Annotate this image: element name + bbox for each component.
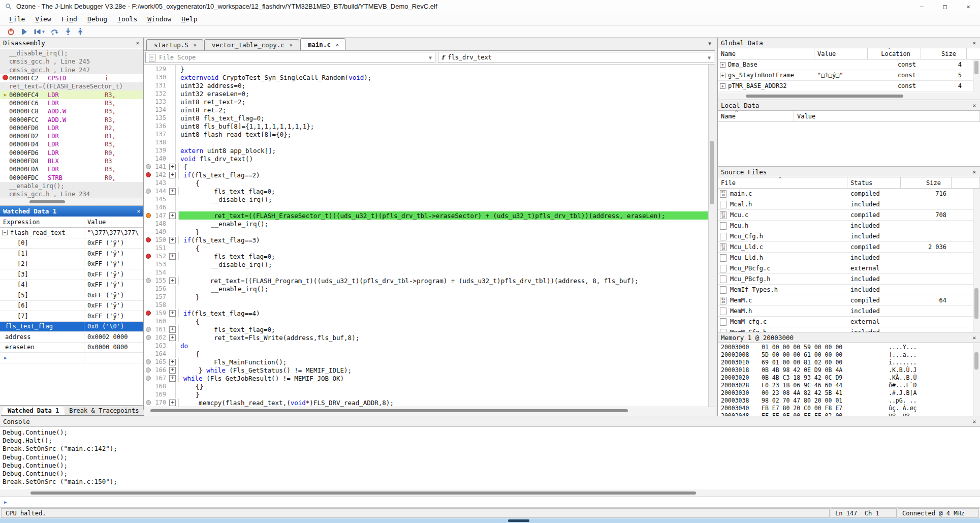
- code-line[interactable]: 166+ } while (Fls_GetStatus() != MEMIF_I…: [144, 366, 708, 374]
- step-into-button[interactable]: [65, 28, 71, 35]
- code-editor[interactable]: 129}130extern void CryptoTest_Syn_Single…: [144, 65, 708, 407]
- expand-icon[interactable]: +: [720, 83, 725, 89]
- source-file-row[interactable]: Mcu.hincluded: [718, 221, 973, 231]
- breakpoint-icon[interactable]: [146, 237, 151, 242]
- global-data-row[interactable]: +Dma_Baseconst4: [718, 59, 973, 70]
- tab-close-icon[interactable]: ✕: [336, 42, 339, 47]
- code-line[interactable]: 159+ if(fls_text_flag==4): [144, 309, 708, 317]
- reset-button[interactable]: ▼: [34, 28, 45, 35]
- statement-dot-icon[interactable]: [146, 376, 151, 381]
- pc-arrow-icon[interactable]: ➤: [2, 91, 9, 99]
- source-file-row[interactable]: MemM.hincluded: [718, 306, 973, 317]
- source-col-size[interactable]: Size: [901, 177, 952, 188]
- disassembly-hscrollbar[interactable]: [0, 198, 143, 205]
- fold-toggle-icon[interactable]: +: [169, 334, 176, 341]
- code-line[interactable]: 134uint8 ret=2;: [144, 106, 708, 114]
- watch-row[interactable]: [3]0xFF ('ÿ'): [0, 269, 143, 280]
- memory-row[interactable]: 2000303000 23 08 4A 82 42 5B 41.#.J.B[A: [718, 389, 973, 396]
- code-line[interactable]: 161+ fls_text_flag=0;: [144, 325, 708, 333]
- fold-toggle-icon[interactable]: +: [169, 212, 176, 219]
- disassembly-source-line[interactable]: cmsis_gcc.h , Line 247: [0, 66, 143, 74]
- code-line[interactable]: 160 {: [144, 317, 708, 325]
- editor-vscrollbar[interactable]: [708, 65, 715, 407]
- source-file-row[interactable]: Mcu_Cfg.hincluded: [718, 231, 973, 242]
- step-over-button[interactable]: [51, 28, 59, 35]
- statement-dot-icon[interactable]: [146, 400, 151, 405]
- disassembly-line[interactable]: 00000FDALDRR3,: [0, 165, 143, 173]
- disassembly-line[interactable]: 00000FC2CPSIDi: [0, 74, 143, 82]
- code-line[interactable]: 133uint8 ret_text=2;: [144, 98, 708, 106]
- watch-row[interactable]: [4]0xFF ('ÿ'): [0, 280, 143, 291]
- source-files-close-icon[interactable]: ✕: [971, 167, 977, 177]
- file-scope-dropdown[interactable]: File Scope ▼: [145, 52, 435, 63]
- tab-close-icon[interactable]: ✕: [290, 42, 293, 48]
- statement-dot-icon[interactable]: [146, 278, 151, 283]
- code-line[interactable]: 145 __disable_irq();: [144, 195, 708, 203]
- minimize-button[interactable]: –: [910, 0, 933, 13]
- watch-col-expression[interactable]: Expression: [0, 217, 84, 227]
- fold-toggle-icon[interactable]: +: [169, 367, 176, 374]
- code-line[interactable]: 156 __enable_irq();: [144, 285, 708, 293]
- global-col-size[interactable]: Size: [921, 48, 967, 59]
- tab-overflow-chevron-icon[interactable]: ▼: [708, 41, 711, 46]
- source-file-row[interactable]: MemM_cfg.cexternal: [718, 317, 973, 327]
- code-line[interactable]: 169 }: [144, 390, 708, 398]
- code-line[interactable]: 148 __enable_irq();: [144, 220, 708, 228]
- code-line[interactable]: 137uint8 flash_read_text[8]={0};: [144, 130, 708, 138]
- code-line[interactable]: 164 {: [144, 350, 708, 358]
- menu-help[interactable]: Help: [176, 14, 202, 24]
- source-col-status[interactable]: Status: [847, 177, 901, 188]
- code-line[interactable]: 157 }: [144, 293, 708, 301]
- fold-toggle-icon[interactable]: +: [169, 253, 176, 260]
- watch-row[interactable]: [7]0xFF ('ÿ'): [0, 311, 143, 322]
- fold-toggle-icon[interactable]: +: [169, 326, 176, 333]
- editor-hscrollbar[interactable]: [144, 407, 715, 416]
- console-log[interactable]: Debug.Continue();Debug.Halt();Break.SetO…: [0, 427, 980, 489]
- function-dropdown[interactable]: f fls_drv_text ▼: [438, 52, 714, 63]
- source-col-file[interactable]: ^File: [718, 177, 847, 188]
- code-line[interactable]: 139extern uint8 app_block[];: [144, 146, 708, 155]
- code-line[interactable]: 167+ while (Fls_GetJobResult() != MEMIF_…: [144, 374, 708, 382]
- global-data-hscrollbar[interactable]: [718, 93, 980, 100]
- disassembly-line[interactable]: 00000FD4LDRR3,: [0, 140, 143, 148]
- menu-file[interactable]: File: [4, 14, 30, 24]
- memory-row[interactable]: 2000300001 00 00 00 59 00 00 00....Y...: [718, 343, 973, 351]
- code-line[interactable]: 144+ fls_text_flag=0;: [144, 187, 708, 195]
- code-line[interactable]: 151 {: [144, 244, 708, 252]
- global-data-row[interactable]: +gs_StayInBootFrame"□1□ý□"const5: [718, 70, 973, 81]
- power-button[interactable]: [7, 28, 15, 36]
- global-col-value[interactable]: Value: [814, 48, 868, 59]
- memory-row[interactable]: 200030085D 00 00 00 61 00 00 00]...a...: [718, 351, 973, 358]
- code-line[interactable]: 150+ if(fls_text_flag==3): [144, 236, 708, 244]
- disassembly-line[interactable]: 00000FDCSTRBR0,: [0, 173, 143, 181]
- source-file-row[interactable]: MemIf_Types.hincluded: [718, 285, 973, 295]
- code-line[interactable]: 153 __disable_irq();: [144, 260, 708, 268]
- code-line[interactable]: 140void fls_drv_text(): [144, 155, 708, 163]
- memory-row[interactable]: 2000303898 02 70 47 80 20 00 01..pG. ..: [718, 396, 973, 404]
- watch-new-row[interactable]: ▶: [0, 353, 143, 363]
- expand-icon[interactable]: +: [720, 73, 725, 78]
- code-line[interactable]: 130extern void CryptoTest_Syn_SingleCall…: [144, 73, 708, 81]
- statement-dot-icon[interactable]: [146, 327, 151, 332]
- source-file-row[interactable]: 0110main.ccompiled716: [718, 189, 973, 199]
- code-line[interactable]: 143 {: [144, 179, 708, 187]
- source-file-row[interactable]: 0110MemM.ccompiled64: [718, 295, 973, 306]
- source-file-row[interactable]: Mcal.hincluded: [718, 199, 973, 210]
- watch-row[interactable]: eraseLen0x0000 0800: [0, 343, 143, 353]
- tab-vector_table_copy-c[interactable]: vector_table_copy.c✕: [204, 39, 299, 50]
- code-line[interactable]: 147+ ret_text=((FLASH_EraseSector_t)((ud…: [144, 211, 708, 220]
- menu-find[interactable]: Find: [56, 14, 82, 24]
- fold-toggle-icon[interactable]: +: [169, 188, 176, 195]
- code-line[interactable]: 168 {}: [144, 382, 708, 390]
- disassembly-line[interactable]: 00000FD0LDRR2,: [0, 124, 143, 132]
- disassembly-source-line[interactable]: cmsis_gcc.h , Line 234: [0, 190, 143, 198]
- code-line[interactable]: 131uint32 address=0;: [144, 81, 708, 89]
- statement-dot-icon[interactable]: [146, 359, 151, 364]
- code-line[interactable]: 129}: [144, 65, 708, 73]
- memory-row[interactable]: 20003028F0 23 1B 06 9C 46 60 44ð#...F`D: [718, 381, 973, 389]
- breakpoint-icon[interactable]: [2, 75, 9, 82]
- code-line[interactable]: 162+ ret_text=Fls_Write(address,fls_buf,…: [144, 333, 708, 342]
- code-line[interactable]: 158: [144, 301, 708, 309]
- global-data-vscrollbar[interactable]: [973, 59, 980, 93]
- disassembly-line[interactable]: 00000FD6LDRR0,: [0, 149, 143, 157]
